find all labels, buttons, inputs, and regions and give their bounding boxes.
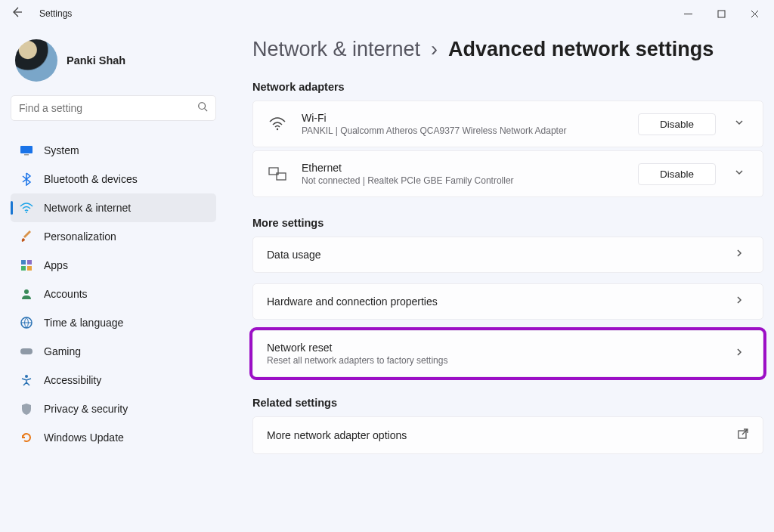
- section-more-title: More settings: [252, 217, 763, 229]
- data-usage-row[interactable]: Data usage: [252, 237, 763, 273]
- chevron-right-icon: [729, 347, 749, 360]
- apps-icon: [20, 258, 33, 272]
- breadcrumb: Network & internet › Advanced network se…: [252, 38, 763, 61]
- section-adapters-title: Network adapters: [252, 81, 763, 93]
- chevron-down-icon[interactable]: [729, 167, 749, 181]
- row-desc: Reset all network adapters to factory se…: [267, 355, 716, 366]
- sidebar-item-bluetooth[interactable]: Bluetooth & devices: [11, 165, 216, 193]
- svg-rect-6: [27, 260, 32, 264]
- sidebar-item-label: Personalization: [44, 230, 116, 243]
- svg-rect-5: [21, 260, 26, 264]
- chevron-right-icon: ›: [431, 38, 438, 61]
- adapter-name: Ethernet: [302, 162, 624, 174]
- disable-button[interactable]: Disable: [638, 113, 716, 135]
- sidebar-item-gaming[interactable]: Gaming: [11, 337, 216, 366]
- sidebar-item-label: Accounts: [44, 288, 88, 300]
- display-icon: [20, 144, 33, 157]
- sidebar-item-label: Gaming: [44, 345, 81, 357]
- svg-rect-11: [20, 348, 33, 354]
- back-button[interactable]: [11, 6, 29, 21]
- sidebar-item-accounts[interactable]: Accounts: [11, 280, 216, 308]
- row-label: Data usage: [267, 249, 716, 261]
- hardware-properties-row[interactable]: Hardware and connection properties: [252, 283, 763, 320]
- wifi-icon: [267, 117, 288, 131]
- open-external-icon: [737, 428, 749, 443]
- row-label: Hardware and connection properties: [267, 295, 716, 308]
- wifi-icon: [20, 201, 33, 215]
- search-icon: [197, 101, 208, 115]
- sidebar: Panki Shah System Bluetooth & devices Ne…: [0, 27, 227, 532]
- search-input[interactable]: [19, 102, 197, 114]
- adapter-ethernet[interactable]: Ethernet Not connected | Realtek PCIe GB…: [252, 150, 763, 197]
- adapter-desc: PANKIL | Qualcomm Atheros QCA9377 Wirele…: [302, 125, 624, 136]
- svg-point-12: [25, 375, 28, 378]
- svg-rect-7: [21, 266, 26, 271]
- sidebar-item-time[interactable]: Time & language: [11, 308, 216, 337]
- breadcrumb-parent[interactable]: Network & internet: [252, 38, 420, 61]
- sidebar-item-label: Apps: [44, 259, 68, 271]
- svg-point-9: [24, 289, 29, 294]
- svg-rect-3: [24, 154, 29, 156]
- sidebar-item-label: Privacy & security: [44, 403, 128, 415]
- sidebar-item-label: Windows Update: [44, 431, 124, 444]
- avatar: [15, 39, 57, 82]
- user-name: Panki Shah: [67, 54, 125, 66]
- sidebar-item-label: Accessibility: [44, 374, 101, 386]
- adapter-wifi[interactable]: Wi-Fi PANKIL | Qualcomm Atheros QCA9377 …: [252, 101, 763, 147]
- shield-icon: [20, 402, 33, 416]
- gamepad-icon: [20, 345, 33, 358]
- window-title: Settings: [39, 8, 72, 19]
- minimize-button[interactable]: [671, 2, 704, 25]
- nav: System Bluetooth & devices Network & int…: [11, 136, 216, 452]
- sidebar-item-update[interactable]: Windows Update: [11, 423, 216, 452]
- row-label: More network adapter options: [267, 429, 723, 441]
- sidebar-item-label: Bluetooth & devices: [44, 173, 138, 185]
- maximize-button[interactable]: [704, 2, 738, 25]
- sidebar-item-apps[interactable]: Apps: [11, 251, 216, 280]
- svg-rect-2: [20, 146, 33, 153]
- sidebar-item-label: Network & internet: [44, 202, 131, 214]
- sidebar-item-accessibility[interactable]: Accessibility: [11, 366, 216, 394]
- title-bar: Settings: [0, 0, 774, 27]
- more-adapter-options-row[interactable]: More network adapter options: [252, 416, 763, 454]
- globe-icon: [20, 316, 33, 329]
- brush-icon: [20, 230, 33, 243]
- bluetooth-icon: [20, 172, 33, 186]
- disable-button[interactable]: Disable: [638, 163, 716, 185]
- adapter-desc: Not connected | Realtek PCIe GBE Family …: [302, 175, 624, 186]
- sidebar-item-privacy[interactable]: Privacy & security: [11, 394, 216, 423]
- svg-rect-0: [718, 11, 725, 17]
- sidebar-item-personalization[interactable]: Personalization: [11, 222, 216, 251]
- person-icon: [20, 287, 33, 301]
- main-content: Network & internet › Advanced network se…: [227, 27, 774, 532]
- section-related-title: Related settings: [252, 397, 763, 409]
- user-profile[interactable]: Panki Shah: [11, 35, 216, 95]
- row-label: Network reset: [267, 342, 716, 354]
- sidebar-item-label: System: [44, 144, 79, 156]
- accessibility-icon: [20, 373, 33, 387]
- svg-point-4: [26, 212, 27, 213]
- chevron-down-icon[interactable]: [729, 117, 749, 131]
- network-reset-row[interactable]: Network reset Reset all network adapters…: [252, 330, 763, 377]
- sidebar-item-label: Time & language: [44, 317, 123, 329]
- svg-point-13: [277, 128, 278, 130]
- update-icon: [20, 431, 33, 444]
- search-input-wrap[interactable]: [11, 95, 216, 121]
- close-button[interactable]: [738, 2, 771, 25]
- sidebar-item-system[interactable]: System: [11, 136, 216, 165]
- page-title: Advanced network settings: [448, 38, 714, 61]
- svg-rect-8: [27, 266, 32, 271]
- sidebar-item-network[interactable]: Network & internet: [11, 193, 216, 222]
- adapter-name: Wi-Fi: [302, 112, 624, 124]
- ethernet-icon: [267, 167, 288, 181]
- svg-point-1: [199, 103, 206, 110]
- chevron-right-icon: [729, 248, 749, 261]
- chevron-right-icon: [729, 295, 749, 308]
